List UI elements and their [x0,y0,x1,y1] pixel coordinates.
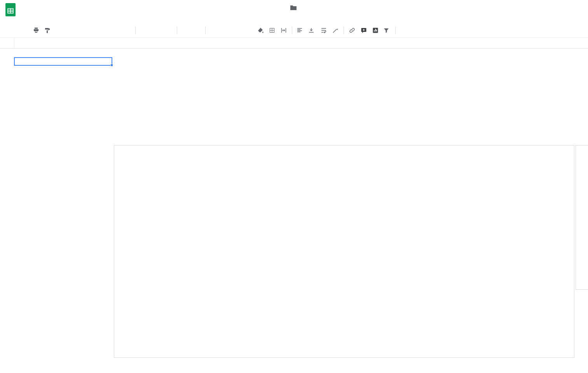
partial-chart-panel[interactable] [576,145,588,290]
toolbar-separator [292,26,292,34]
filter-icon [383,27,389,33]
google-sheets-app [0,0,588,373]
insert-chart-button[interactable] [370,26,380,35]
horizontal-align-dropdown[interactable] [295,26,305,35]
formula-bar [0,37,588,49]
insert-chart-icon [372,27,379,33]
text-wrap-button[interactable] [319,26,329,35]
insert-link-button[interactable] [347,26,357,35]
vertical-align-icon [308,27,314,33]
more-formats-dropdown[interactable] [117,26,132,35]
decrease-decimal-button[interactable] [94,26,104,35]
filter-button[interactable] [382,26,392,35]
link-icon [349,27,355,33]
italic-button[interactable] [220,26,230,35]
vertical-align-dropdown[interactable] [307,26,317,35]
toolbar-separator [177,26,177,34]
font-dropdown[interactable] [139,26,174,35]
selection-fill-handle[interactable] [110,64,113,67]
folder-icon[interactable] [290,5,297,11]
align-left-icon [297,27,303,33]
toolbar-separator [344,26,344,34]
paint-format-button[interactable] [43,26,53,35]
text-wrap-icon [321,27,327,33]
borders-icon [269,27,275,33]
font-size-dropdown[interactable] [180,26,202,35]
toolbar-separator [395,26,396,34]
zoom-dropdown[interactable] [54,26,69,35]
titlebar [0,0,588,23]
redo-button[interactable] [19,26,30,35]
toolbar [0,23,588,37]
merge-cells-button[interactable] [279,26,289,35]
insert-comment-button[interactable] [359,26,369,35]
bold-button[interactable] [209,26,219,35]
print-icon [33,27,39,33]
strikethrough-button[interactable] [232,26,242,35]
chart-plot-area [114,145,574,357]
increase-decimal-button[interactable] [106,26,116,35]
borders-button[interactable] [267,26,277,35]
merge-cells-icon [281,27,287,33]
format-currency-button[interactable] [71,26,81,35]
fill-color-button[interactable] [255,26,265,35]
selection-box [14,57,112,66]
sheets-logo-icon[interactable] [5,3,16,16]
print-button[interactable] [31,26,41,35]
text-rotation-icon [332,27,338,33]
sheet-grid [0,49,588,373]
insert-comment-icon [361,27,367,33]
undo-button[interactable] [8,26,18,35]
paint-format-icon [45,27,51,33]
formula-input[interactable] [14,38,588,48]
toolbar-separator [205,26,206,34]
fill-color-icon [257,27,263,33]
format-percent-button[interactable] [82,26,92,35]
text-rotation-button[interactable] [330,26,340,35]
functions-button[interactable] [399,26,409,35]
toolbar-separator [135,26,136,34]
chart-panel[interactable] [114,145,574,358]
text-color-button[interactable] [244,26,254,35]
